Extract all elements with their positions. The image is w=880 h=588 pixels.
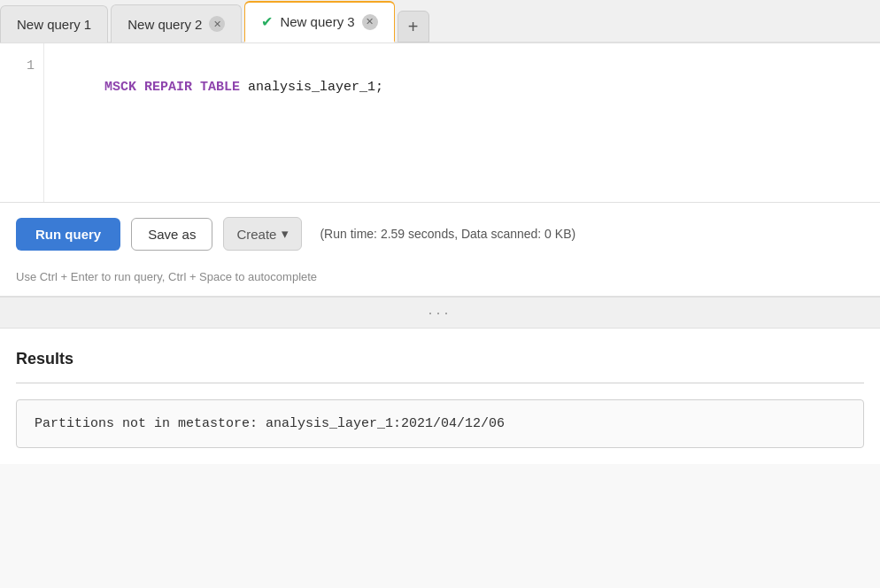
query-editor-container: New query 1 New query 2 ✕ ✔ New query 3 … <box>0 0 880 297</box>
results-output: Partitions not in metastore: analysis_la… <box>16 399 864 448</box>
results-divider <box>16 383 864 383</box>
tab-label-3: New query 3 <box>280 14 354 29</box>
code-content[interactable]: MSCK REPAIR TABLE analysis_layer_1; <box>44 43 880 202</box>
code-text: analysis_layer_1; <box>240 80 383 95</box>
tabs-bar: New query 1 New query 2 ✕ ✔ New query 3 … <box>0 0 880 43</box>
divider-bar: ··· <box>0 297 880 329</box>
code-keyword: MSCK REPAIR TABLE <box>104 80 240 95</box>
add-tab-icon: + <box>408 17 419 37</box>
tab-new-query-2[interactable]: New query 2 ✕ <box>111 4 242 43</box>
divider-dots: ··· <box>428 304 452 322</box>
chevron-down-icon: ▾ <box>282 226 289 242</box>
code-editor: 1 MSCK REPAIR TABLE analysis_layer_1; <box>0 43 880 203</box>
line-number-1: 1 <box>27 58 35 74</box>
create-button[interactable]: Create ▾ <box>223 217 302 251</box>
tab-close-2[interactable]: ✕ <box>209 16 225 32</box>
success-icon: ✔ <box>261 13 273 30</box>
results-section: Results Partitions not in metastore: ana… <box>0 329 880 464</box>
run-info: (Run time: 2.59 seconds, Data scanned: 0… <box>320 227 575 241</box>
tab-close-3[interactable]: ✕ <box>362 14 378 30</box>
tab-new-query-1[interactable]: New query 1 <box>0 5 108 43</box>
save-as-button[interactable]: Save as <box>131 218 212 251</box>
tab-label-1: New query 1 <box>17 17 91 32</box>
keyboard-hint: Use Ctrl + Enter to run query, Ctrl + Sp… <box>0 265 880 296</box>
create-label: Create <box>236 227 276 242</box>
toolbar: Run query Save as Create ▾ (Run time: 2.… <box>0 203 880 265</box>
tab-label-2: New query 2 <box>127 17 202 32</box>
line-numbers: 1 <box>0 43 44 202</box>
add-tab-button[interactable]: + <box>398 11 429 43</box>
results-title: Results <box>16 350 864 368</box>
tab-new-query-3[interactable]: ✔ New query 3 ✕ <box>244 1 394 43</box>
run-query-button[interactable]: Run query <box>16 218 120 251</box>
